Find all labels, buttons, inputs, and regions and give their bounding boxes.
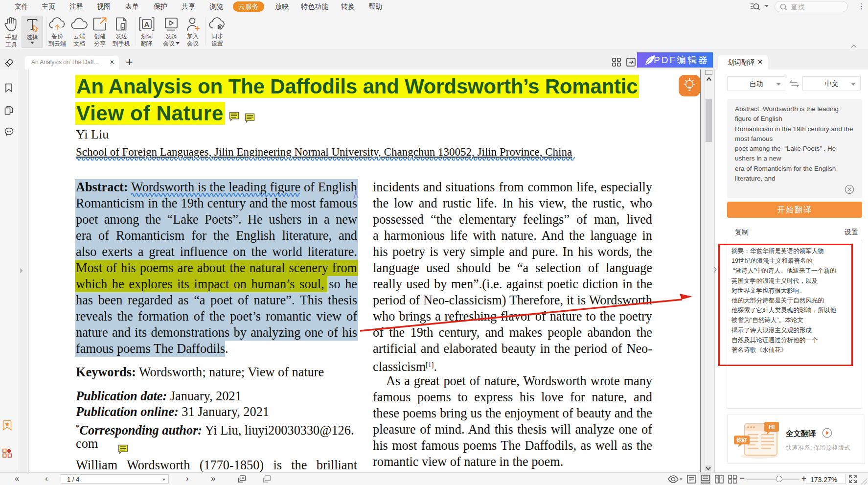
svg-text:HI: HI <box>769 423 775 431</box>
svg-text:A: A <box>144 20 150 28</box>
svg-text:你好: 你好 <box>736 437 747 443</box>
